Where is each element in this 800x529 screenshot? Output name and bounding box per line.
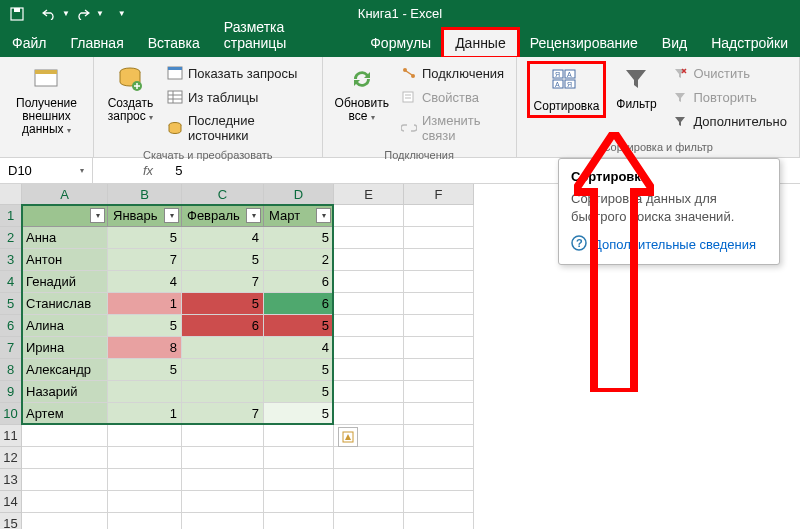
row-header-8[interactable]: 8 [0, 359, 22, 381]
cell[interactable]: 5 [264, 381, 334, 403]
cell[interactable] [108, 447, 182, 469]
row-header-11[interactable]: 11 [0, 425, 22, 447]
undo-dropdown-icon[interactable]: ▼ [62, 9, 70, 18]
filter-dropdown-icon[interactable]: ▾ [90, 208, 105, 223]
col-header-B[interactable]: B [108, 184, 182, 205]
cell[interactable] [404, 513, 474, 529]
menu-view[interactable]: Вид [650, 29, 699, 57]
row-header-3[interactable]: 3 [0, 249, 22, 271]
cell[interactable] [264, 447, 334, 469]
row-header-9[interactable]: 9 [0, 381, 22, 403]
cell[interactable]: 5 [264, 403, 334, 425]
cell[interactable] [404, 447, 474, 469]
cell[interactable]: 6 [264, 293, 334, 315]
row-header-10[interactable]: 10 [0, 403, 22, 425]
cell[interactable] [334, 271, 404, 293]
tooltip-more-link[interactable]: ? Дополнительные сведения [571, 235, 767, 254]
cell[interactable] [404, 271, 474, 293]
cell[interactable]: Станислав [22, 293, 108, 315]
redo-icon[interactable] [74, 5, 92, 23]
row-header-6[interactable]: 6 [0, 315, 22, 337]
col-header-A[interactable]: A [22, 184, 108, 205]
name-box-dropdown-icon[interactable]: ▾ [80, 166, 84, 175]
cell[interactable]: 5 [108, 227, 182, 249]
menu-file[interactable]: Файл [0, 29, 58, 57]
cell[interactable] [108, 381, 182, 403]
cell[interactable] [182, 425, 264, 447]
menu-data[interactable]: Данные [443, 29, 518, 57]
cell[interactable] [404, 337, 474, 359]
cell[interactable] [334, 381, 404, 403]
row-header-7[interactable]: 7 [0, 337, 22, 359]
cell[interactable]: 6 [182, 315, 264, 337]
cell[interactable]: Антон [22, 249, 108, 271]
filter-dropdown-icon[interactable]: ▾ [246, 208, 261, 223]
cell[interactable] [404, 249, 474, 271]
row-header-15[interactable]: 15 [0, 513, 22, 529]
refresh-all-button[interactable]: Обновитьвсе ▾ [329, 61, 395, 125]
qat-customize-icon[interactable]: ▼ [118, 9, 126, 18]
cell[interactable]: Алина [22, 315, 108, 337]
select-all-corner[interactable] [0, 184, 22, 205]
cell[interactable] [264, 425, 334, 447]
cell[interactable]: 4 [108, 271, 182, 293]
cell[interactable] [108, 469, 182, 491]
cell[interactable] [334, 513, 404, 529]
cell[interactable] [404, 315, 474, 337]
cell[interactable]: 4 [182, 227, 264, 249]
cell[interactable] [404, 381, 474, 403]
cell[interactable]: 8 [108, 337, 182, 359]
cell[interactable] [264, 513, 334, 529]
fx-icon[interactable]: fx [143, 163, 153, 178]
cell[interactable]: 1 [108, 293, 182, 315]
cell[interactable]: 2 [264, 249, 334, 271]
cell[interactable]: 5 [108, 315, 182, 337]
row-header-14[interactable]: 14 [0, 491, 22, 513]
cell[interactable] [182, 381, 264, 403]
col-header-F[interactable]: F [404, 184, 474, 205]
cell[interactable]: 5 [264, 359, 334, 381]
cell[interactable] [334, 227, 404, 249]
cell[interactable] [334, 359, 404, 381]
table-header[interactable]: Январь▾ [108, 205, 182, 227]
cell[interactable] [334, 315, 404, 337]
cell[interactable]: 7 [182, 271, 264, 293]
connections-button[interactable]: Подключения [397, 63, 508, 83]
menu-formulas[interactable]: Формулы [358, 29, 443, 57]
cell[interactable]: 5 [182, 293, 264, 315]
smart-tag-icon[interactable] [338, 427, 358, 447]
cell[interactable] [404, 293, 474, 315]
cell[interactable]: Назарий [22, 381, 108, 403]
cell[interactable] [108, 491, 182, 513]
recent-sources-button[interactable]: Последние источники [163, 111, 314, 145]
cell[interactable] [334, 337, 404, 359]
row-header-13[interactable]: 13 [0, 469, 22, 491]
cell[interactable]: 4 [264, 337, 334, 359]
sort-button[interactable]: ЯААЯ Сортировка [527, 61, 607, 118]
row-header-5[interactable]: 5 [0, 293, 22, 315]
row-header-12[interactable]: 12 [0, 447, 22, 469]
cell[interactable] [22, 425, 108, 447]
menu-page-layout[interactable]: Разметка страницы [212, 13, 358, 57]
name-box[interactable]: D10▾ [0, 158, 93, 183]
cell[interactable] [182, 513, 264, 529]
cell[interactable] [404, 425, 474, 447]
cell[interactable] [404, 469, 474, 491]
cell[interactable]: Артем [22, 403, 108, 425]
cell[interactable] [334, 205, 404, 227]
cell[interactable] [182, 491, 264, 513]
menu-addins[interactable]: Надстройки [699, 29, 800, 57]
cell[interactable]: 6 [264, 271, 334, 293]
cell[interactable]: 5 [264, 315, 334, 337]
cell[interactable] [334, 447, 404, 469]
cell[interactable] [182, 469, 264, 491]
cell[interactable]: 1 [108, 403, 182, 425]
cell[interactable] [182, 337, 264, 359]
menu-home[interactable]: Главная [58, 29, 135, 57]
cell[interactable] [334, 469, 404, 491]
get-external-data-button[interactable]: Получениевнешних данных ▾ [6, 61, 87, 139]
cell[interactable] [334, 491, 404, 513]
show-queries-button[interactable]: Показать запросы [163, 63, 314, 83]
advanced-filter-button[interactable]: Дополнительно [668, 111, 791, 131]
filter-button[interactable]: Фильтр [610, 61, 662, 113]
